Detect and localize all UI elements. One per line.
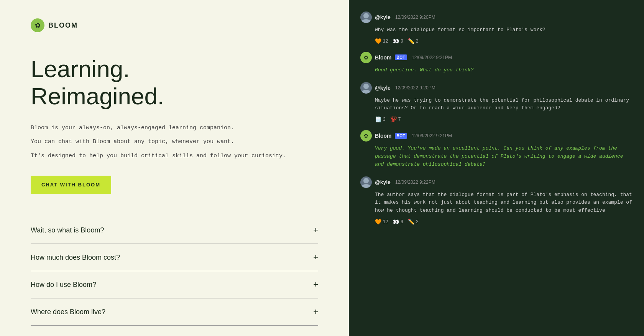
reaction-4-0: 🧡 12 bbox=[375, 219, 388, 225]
message-group-2: @kyle 12/09/2022 9:20PM Maybe he was try… bbox=[360, 82, 632, 123]
logo-area: ✿ BLOOM bbox=[31, 18, 318, 32]
faq-plus-icon-2: + bbox=[313, 280, 318, 290]
username-kyle-4: @kyle bbox=[375, 179, 391, 185]
svg-point-5 bbox=[361, 184, 371, 188]
reaction-4-1: 👀 9 bbox=[393, 219, 403, 225]
message-text-1: Good question. What do you think? bbox=[375, 66, 632, 74]
faq-item-2[interactable]: How do I use Bloom? + bbox=[31, 271, 318, 298]
description-line-1: Bloom is your always-on, always-engaged … bbox=[31, 124, 318, 133]
faq-question-1: How much does Bloom cost? bbox=[31, 254, 120, 262]
hero-title: Learning. Reimagined. bbox=[31, 55, 318, 110]
message-text-3: Very good. You've made an excellent poin… bbox=[375, 145, 632, 168]
faq-plus-icon-0: + bbox=[313, 225, 318, 235]
faq-question-0: Wait, so what is Bloom? bbox=[31, 226, 104, 234]
faq-question-2: How do I use Bloom? bbox=[31, 281, 96, 289]
message-text-2: Maybe he was trying to demonstrate the p… bbox=[375, 97, 632, 113]
message-header-4: @kyle 12/09/2022 9:22PM bbox=[360, 176, 632, 188]
reaction-2-0: 🗒️ 3 bbox=[375, 116, 386, 122]
message-header-1: ✿ Bloom BOT 12/09/2022 9:21PM bbox=[360, 52, 632, 63]
timestamp-2: 12/09/2022 9:20PM bbox=[395, 85, 435, 91]
svg-point-2 bbox=[363, 84, 369, 89]
reaction-0-1: 👀 9 bbox=[393, 38, 403, 44]
bloom-logo-icon: ✿ bbox=[31, 18, 44, 32]
avatar-kyle-0 bbox=[360, 12, 372, 23]
message-text-0: Why was the dialogue format so important… bbox=[375, 26, 632, 34]
svg-point-4 bbox=[363, 178, 369, 183]
reactions-0: 🧡 12 👀 9 ✏️ 2 bbox=[375, 38, 632, 44]
svg-point-0 bbox=[363, 13, 369, 18]
timestamp-1: 12/09/2022 9:21PM bbox=[412, 55, 452, 60]
avatar-kyle-4 bbox=[360, 176, 372, 188]
avatar-bloom-1: ✿ bbox=[360, 52, 372, 63]
faq-question-3: Where does Bloom live? bbox=[31, 308, 105, 316]
message-group-4: @kyle 12/09/2022 9:22PM The author says … bbox=[360, 176, 632, 225]
message-group-1: ✿ Bloom BOT 12/09/2022 9:21PM Good quest… bbox=[360, 52, 632, 74]
message-header-3: ✿ Bloom BOT 12/09/2022 9:21PM bbox=[360, 130, 632, 142]
message-header-2: @kyle 12/09/2022 9:20PM bbox=[360, 82, 632, 94]
message-header-0: @kyle 12/09/2022 9:20PM bbox=[360, 12, 632, 23]
faq-section: Wait, so what is Bloom? + How much does … bbox=[31, 217, 318, 326]
timestamp-0: 12/09/2022 9:20PM bbox=[395, 15, 435, 20]
reaction-2-1: 💯 7 bbox=[390, 116, 401, 122]
timestamp-3: 12/09/2022 9:21PM bbox=[412, 133, 452, 138]
faq-plus-icon-3: + bbox=[313, 307, 318, 317]
faq-plus-icon-1: + bbox=[313, 252, 318, 262]
faq-item-3[interactable]: Where does Bloom live? + bbox=[31, 298, 318, 326]
username-kyle-2: @kyle bbox=[375, 85, 391, 91]
reactions-2: 🗒️ 3 💯 7 bbox=[375, 116, 632, 122]
description-line-3: It's designed to help you build critical… bbox=[31, 152, 318, 161]
reaction-4-2: ✏️ 2 bbox=[408, 219, 419, 225]
svg-point-1 bbox=[361, 19, 371, 23]
username-kyle-0: @kyle bbox=[375, 14, 391, 20]
faq-item-0[interactable]: Wait, so what is Bloom? + bbox=[31, 217, 318, 244]
avatar-kyle-2 bbox=[360, 82, 372, 94]
faq-item-1[interactable]: How much does Bloom cost? + bbox=[31, 244, 318, 271]
bot-badge-3: BOT bbox=[395, 133, 407, 139]
chat-panel: @kyle 12/09/2022 9:20PM Why was the dial… bbox=[349, 0, 644, 336]
chat-with-bloom-button[interactable]: CHAT WITH BLOOM bbox=[31, 176, 111, 194]
reactions-4: 🧡 12 👀 9 ✏️ 2 bbox=[375, 219, 632, 225]
timestamp-4: 12/09/2022 9:22PM bbox=[395, 180, 435, 185]
message-text-4: The author says that the dialogue format… bbox=[375, 191, 632, 215]
avatar-bloom-3: ✿ bbox=[360, 130, 372, 142]
message-group-0: @kyle 12/09/2022 9:20PM Why was the dial… bbox=[360, 12, 632, 44]
reaction-0-0: 🧡 12 bbox=[375, 38, 388, 44]
logo-text: BLOOM bbox=[48, 21, 78, 30]
bot-badge-1: BOT bbox=[395, 54, 407, 60]
description-line-2: You can chat with Bloom about any topic,… bbox=[31, 138, 318, 147]
reaction-0-2: ✏️ 2 bbox=[408, 38, 419, 44]
left-panel: ✿ BLOOM Learning. Reimagined. Bloom is y… bbox=[0, 0, 349, 336]
svg-point-3 bbox=[361, 90, 371, 94]
username-bloom-3: Bloom bbox=[375, 133, 392, 139]
message-group-3: ✿ Bloom BOT 12/09/2022 9:21PM Very good.… bbox=[360, 130, 632, 168]
username-bloom-1: Bloom bbox=[375, 54, 392, 61]
description-block: Bloom is your always-on, always-engaged … bbox=[31, 124, 318, 161]
